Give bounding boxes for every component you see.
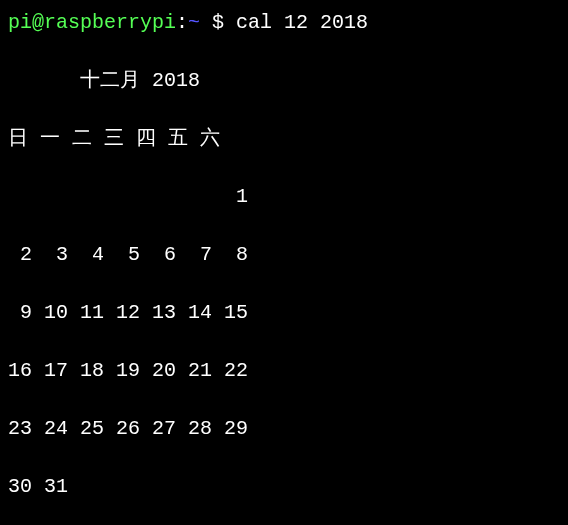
cal1-row-0: 1 (8, 182, 560, 211)
cal1-title: 十二月 2018 (8, 66, 560, 95)
cal1-row-5: 30 31 (8, 472, 560, 501)
prompt-line-1[interactable]: pi@raspberrypi:~ $ cal 12 2018 (8, 8, 560, 37)
cal1-row-1: 2 3 4 5 6 7 8 (8, 240, 560, 269)
cal1-weekdays: 日 一 二 三 四 五 六 (8, 124, 560, 153)
path-1: ~ (188, 11, 200, 34)
cal1-row-4: 23 24 25 26 27 28 29 (8, 414, 560, 443)
command-1: cal 12 2018 (236, 11, 368, 34)
cal1-row-2: 9 10 11 12 13 14 15 (8, 298, 560, 327)
user-host-1: pi@raspberrypi (8, 11, 176, 34)
colon-1: : (176, 11, 188, 34)
dollar-1: $ (200, 11, 236, 34)
cal1-row-3: 16 17 18 19 20 21 22 (8, 356, 560, 385)
cal-output-1: 十二月 2018 日 一 二 三 四 五 六 1 2 3 4 5 6 7 8 9… (8, 37, 560, 525)
